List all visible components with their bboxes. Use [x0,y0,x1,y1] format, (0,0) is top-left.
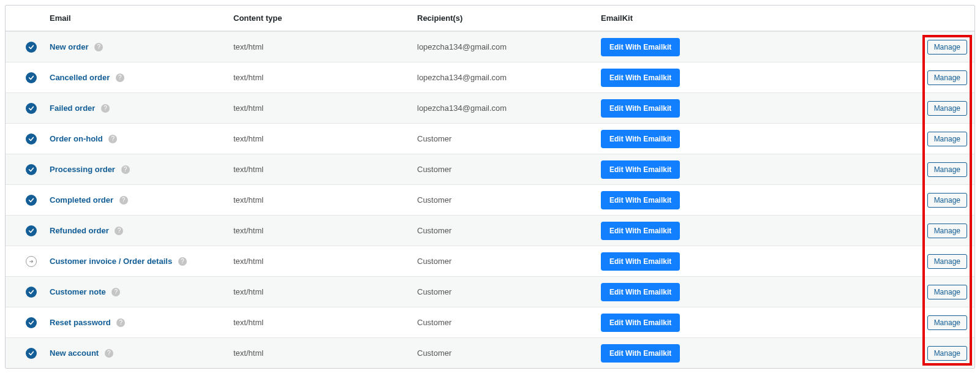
recipient-cell: Customer [417,226,601,235]
edit-with-emailkit-button[interactable]: Edit With Emailkit [601,69,680,87]
column-header-emailkit[interactable]: EmailKit [601,13,918,23]
edit-with-emailkit-button[interactable]: Edit With Emailkit [601,252,680,271]
column-header-recipients[interactable]: Recipient(s) [417,13,601,23]
status-enabled-icon [26,42,37,53]
email-name-link[interactable]: Cancelled order [50,73,110,82]
help-icon[interactable]: ? [108,135,117,143]
table-header-row: Email Content type Recipient(s) EmailKit [6,6,974,31]
edit-with-emailkit-button[interactable]: Edit With Emailkit [601,191,680,209]
content-type-cell: text/html [233,226,417,235]
help-icon[interactable]: ? [178,257,187,266]
recipient-cell: Customer [417,287,601,296]
manage-button[interactable]: Manage [927,101,967,116]
emails-table: Email Content type Recipient(s) EmailKit… [5,5,975,369]
help-icon[interactable]: ? [121,165,130,174]
help-icon[interactable]: ? [111,288,120,296]
help-icon[interactable]: ? [94,43,103,51]
content-type-cell: text/html [233,42,417,51]
email-name-link[interactable]: Customer invoice / Order details [50,257,172,266]
help-icon[interactable]: ? [119,196,128,205]
table-row: Completed order ? text/html Customer Edi… [6,184,974,215]
email-name-link[interactable]: Failed order [50,103,95,113]
help-icon[interactable]: ? [116,318,125,327]
status-manual-icon [26,256,37,267]
manage-button[interactable]: Manage [927,224,967,238]
manage-button[interactable]: Manage [927,132,967,146]
manage-button[interactable]: Manage [927,346,967,361]
email-name-link[interactable]: New account [50,348,99,358]
manage-button[interactable]: Manage [927,315,967,330]
content-type-cell: text/html [233,103,417,113]
recipient-cell: Customer [417,318,601,327]
edit-with-emailkit-button[interactable]: Edit With Emailkit [601,130,680,148]
content-type-cell: text/html [233,257,417,266]
manage-button[interactable]: Manage [927,193,967,208]
recipient-cell: lopezcha134@gmail.com [417,103,601,113]
recipient-cell: lopezcha134@gmail.com [417,42,601,51]
recipient-cell: Customer [417,348,601,358]
email-name-link[interactable]: Reset password [50,318,111,327]
edit-with-emailkit-button[interactable]: Edit With Emailkit [601,314,680,332]
status-enabled-icon [26,225,37,236]
email-name-link[interactable]: Processing order [50,165,115,174]
email-name-link[interactable]: Order on-hold [50,134,103,143]
content-type-cell: text/html [233,134,417,143]
edit-with-emailkit-button[interactable]: Edit With Emailkit [601,283,680,301]
help-icon[interactable]: ? [115,227,123,235]
table-row: Customer note ? text/html Customer Edit … [6,276,974,307]
column-header-email[interactable]: Email [50,13,233,23]
recipient-cell: Customer [417,195,601,205]
table-row: Failed order ? text/html lopezcha134@gma… [6,92,974,123]
help-icon[interactable]: ? [105,349,113,358]
table-row: New order ? text/html lopezcha134@gmail.… [6,31,974,62]
email-name-link[interactable]: Refunded order [50,226,109,235]
edit-with-emailkit-button[interactable]: Edit With Emailkit [601,99,680,118]
status-enabled-icon [26,103,37,114]
email-name-link[interactable]: Completed order [50,195,113,205]
table-row: Reset password ? text/html Customer Edit… [6,307,974,337]
edit-with-emailkit-button[interactable]: Edit With Emailkit [601,344,680,363]
table-row: Processing order ? text/html Customer Ed… [6,154,974,184]
status-enabled-icon [26,287,37,298]
table-row: New account ? text/html Customer Edit Wi… [6,337,974,368]
status-enabled-icon [26,195,37,206]
content-type-cell: text/html [233,287,417,296]
status-enabled-icon [26,133,37,145]
table-row: Customer invoice / Order details ? text/… [6,246,974,276]
manage-button[interactable]: Manage [927,40,967,55]
content-type-cell: text/html [233,195,417,205]
edit-with-emailkit-button[interactable]: Edit With Emailkit [601,160,680,179]
email-name-link[interactable]: New order [50,42,89,51]
status-enabled-icon [26,348,37,359]
table-row: Cancelled order ? text/html lopezcha134@… [6,62,974,92]
edit-with-emailkit-button[interactable]: Edit With Emailkit [601,222,680,240]
recipient-cell: lopezcha134@gmail.com [417,73,601,82]
help-icon[interactable]: ? [116,73,124,82]
status-enabled-icon [26,164,37,175]
edit-with-emailkit-button[interactable]: Edit With Emailkit [601,38,680,56]
content-type-cell: text/html [233,348,417,358]
recipient-cell: Customer [417,134,601,143]
content-type-cell: text/html [233,73,417,82]
content-type-cell: text/html [233,318,417,327]
help-icon[interactable]: ? [101,104,110,113]
recipient-cell: Customer [417,165,601,174]
table-row: Refunded order ? text/html Customer Edit… [6,215,974,246]
table-row: Order on-hold ? text/html Customer Edit … [6,123,974,154]
manage-button[interactable]: Manage [927,162,967,177]
recipient-cell: Customer [417,257,601,266]
manage-button[interactable]: Manage [927,254,967,269]
manage-button[interactable]: Manage [927,285,967,299]
content-type-cell: text/html [233,165,417,174]
status-enabled-icon [26,72,37,83]
email-name-link[interactable]: Customer note [50,287,106,296]
column-header-content-type[interactable]: Content type [233,13,417,23]
status-enabled-icon [26,317,37,328]
manage-button[interactable]: Manage [927,70,967,85]
